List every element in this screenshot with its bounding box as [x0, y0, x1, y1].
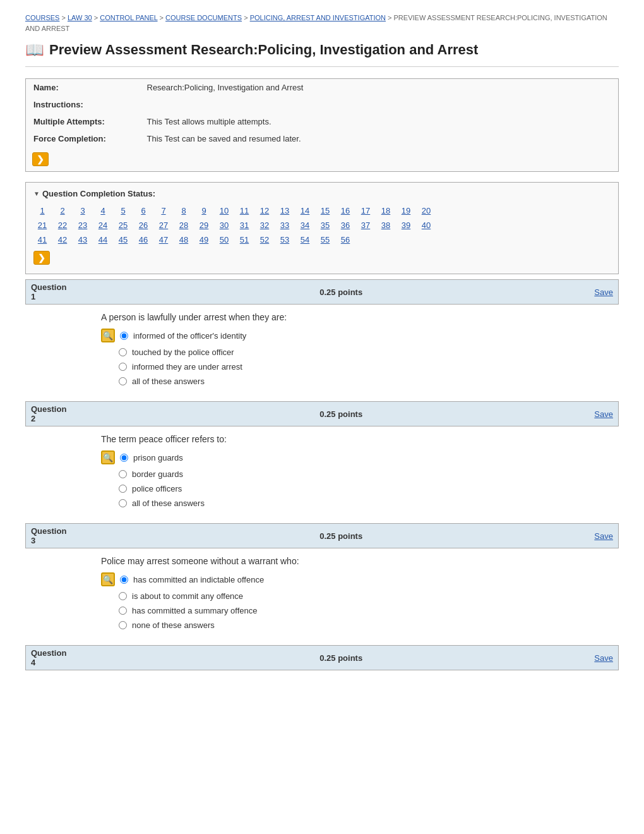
question-label-3: Question3: [31, 526, 88, 545]
question-link-22[interactable]: 22: [54, 219, 71, 231]
question-link-6[interactable]: 6: [134, 205, 152, 217]
question-link-40[interactable]: 40: [417, 219, 435, 231]
radio-q1-1[interactable]: [120, 332, 128, 340]
answer-label-q2-4: all of these answers: [132, 499, 205, 508]
question-link-17[interactable]: 17: [357, 205, 374, 217]
question-link-41[interactable]: 41: [33, 234, 51, 246]
question-link-37[interactable]: 37: [357, 219, 374, 231]
answer-option-2-4: all of these answers: [101, 499, 614, 508]
question-link-28[interactable]: 28: [175, 219, 193, 231]
question-link-4[interactable]: 4: [94, 205, 112, 217]
question-link-38[interactable]: 38: [377, 219, 395, 231]
question-link-27[interactable]: 27: [155, 219, 172, 231]
question-link-47[interactable]: 47: [155, 234, 172, 246]
question-link-50[interactable]: 50: [215, 234, 233, 246]
question-body-1: A person is lawfully under arrest when t…: [25, 305, 619, 396]
question-links-row1: 1234567891011121314151617181920: [33, 205, 611, 217]
question-link-1[interactable]: 1: [33, 205, 51, 217]
question-link-51[interactable]: 51: [236, 234, 253, 246]
save-button-1[interactable]: Save: [594, 287, 613, 297]
question-link-31[interactable]: 31: [236, 219, 253, 231]
radio-q3-4[interactable]: [119, 621, 127, 629]
question-link-53[interactable]: 53: [276, 234, 294, 246]
question-link-36[interactable]: 36: [337, 219, 354, 231]
radio-q1-3[interactable]: [119, 363, 127, 371]
question-link-21[interactable]: 21: [33, 219, 51, 231]
selected-icon-q3-1: 🔍: [101, 572, 115, 586]
question-link-45[interactable]: 45: [114, 234, 132, 246]
question-link-46[interactable]: 46: [134, 234, 152, 246]
save-button-4[interactable]: Save: [594, 653, 613, 663]
question-link-11[interactable]: 11: [236, 205, 253, 217]
multiple-value: This Test allows multiple attempts.: [140, 113, 619, 130]
question-link-43[interactable]: 43: [74, 234, 92, 246]
question-link-19[interactable]: 19: [397, 205, 415, 217]
radio-q3-3[interactable]: [119, 607, 127, 615]
question-link-16[interactable]: 16: [337, 205, 354, 217]
question-link-26[interactable]: 26: [134, 219, 152, 231]
question-link-29[interactable]: 29: [195, 219, 213, 231]
radio-q1-4[interactable]: [119, 377, 127, 385]
answer-label-q3-2: is about to commit any offence: [132, 591, 243, 601]
question-link-25[interactable]: 25: [114, 219, 132, 231]
arrow-button-top[interactable]: ❯: [32, 152, 49, 166]
radio-q2-3[interactable]: [119, 485, 127, 493]
name-label: Name:: [26, 79, 140, 97]
breadcrumb: COURSES > LAW 30 > CONTROL PANEL > COURS…: [25, 13, 619, 33]
completion-section: Question Completion Status: 123456789101…: [25, 182, 619, 274]
radio-q2-4[interactable]: [119, 499, 127, 507]
question-link-56[interactable]: 56: [337, 234, 354, 246]
question-link-55[interactable]: 55: [316, 234, 334, 246]
breadcrumb-law30[interactable]: LAW 30: [68, 14, 92, 21]
question-link-15[interactable]: 15: [316, 205, 334, 217]
question-link-20[interactable]: 20: [417, 205, 435, 217]
question-link-7[interactable]: 7: [155, 205, 172, 217]
radio-q3-1[interactable]: [120, 576, 128, 584]
question-body-3: Police may arrest someone without a warr…: [25, 548, 619, 640]
answer-label-q2-1: prison guards: [133, 453, 183, 462]
question-link-13[interactable]: 13: [276, 205, 294, 217]
question-link-42[interactable]: 42: [54, 234, 71, 246]
save-button-3[interactable]: Save: [594, 531, 613, 541]
question-link-23[interactable]: 23: [74, 219, 92, 231]
question-link-30[interactable]: 30: [215, 219, 233, 231]
question-link-54[interactable]: 54: [296, 234, 314, 246]
answer-label-q1-4: all of these answers: [132, 377, 205, 386]
info-force-row: Force Completion: This Test can be saved…: [26, 130, 619, 147]
question-link-8[interactable]: 8: [175, 205, 193, 217]
question-link-18[interactable]: 18: [377, 205, 395, 217]
radio-q1-2[interactable]: [119, 348, 127, 356]
question-link-14[interactable]: 14: [296, 205, 314, 217]
question-link-33[interactable]: 33: [276, 219, 294, 231]
question-link-10[interactable]: 10: [215, 205, 233, 217]
page-title: Preview Assessment Research:Policing, In…: [49, 42, 478, 58]
question-link-12[interactable]: 12: [256, 205, 273, 217]
question-link-5[interactable]: 5: [114, 205, 132, 217]
question-link-52[interactable]: 52: [256, 234, 273, 246]
breadcrumb-courses[interactable]: COURSES: [25, 14, 59, 21]
question-points-1: 0.25 points: [88, 287, 594, 297]
question-link-34[interactable]: 34: [296, 219, 314, 231]
question-link-35[interactable]: 35: [316, 219, 334, 231]
radio-q3-2[interactable]: [119, 592, 127, 600]
breadcrumb-policing[interactable]: POLICING, ARREST AND INVESTIGATION: [250, 14, 386, 21]
answer-label-q2-2: border guards: [132, 469, 183, 479]
question-link-48[interactable]: 48: [175, 234, 193, 246]
question-link-44[interactable]: 44: [94, 234, 112, 246]
question-link-39[interactable]: 39: [397, 219, 415, 231]
breadcrumb-course-documents[interactable]: COURSE DOCUMENTS: [165, 14, 242, 21]
question-link-3[interactable]: 3: [74, 205, 92, 217]
question-link-32[interactable]: 32: [256, 219, 273, 231]
answer-label-q1-3: informed they are under arrest: [132, 362, 242, 372]
radio-q2-1[interactable]: [120, 454, 128, 462]
name-value: Research:Policing, Investigation and Arr…: [140, 79, 619, 97]
question-link-49[interactable]: 49: [195, 234, 213, 246]
breadcrumb-control-panel[interactable]: CONTROL PANEL: [100, 14, 157, 21]
arrow-button-completion[interactable]: ❯: [33, 251, 50, 265]
question-link-2[interactable]: 2: [54, 205, 71, 217]
question-link-9[interactable]: 9: [195, 205, 213, 217]
info-name-row: Name: Research:Policing, Investigation a…: [26, 79, 619, 97]
save-button-2[interactable]: Save: [594, 409, 613, 419]
radio-q2-2[interactable]: [119, 470, 127, 478]
question-link-24[interactable]: 24: [94, 219, 112, 231]
